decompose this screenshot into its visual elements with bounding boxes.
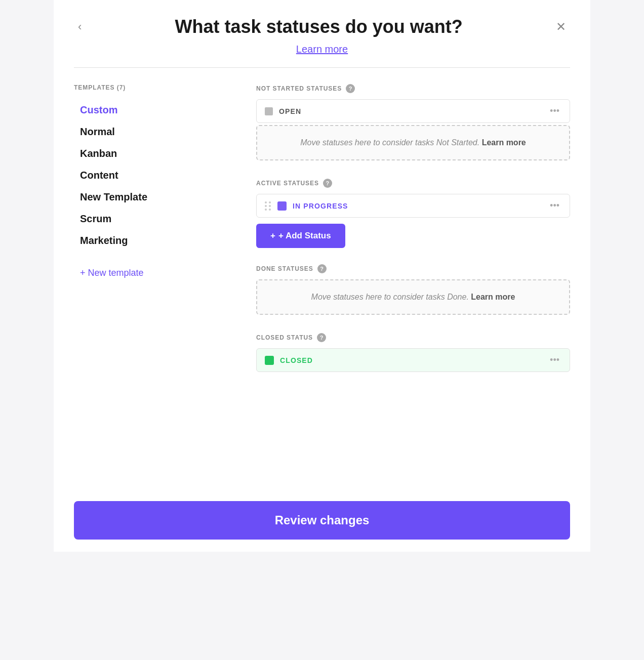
not-started-hint: Move statuses here to consider tasks Not… [265, 138, 561, 147]
closed-section: CLOSED STATUS ? CLOSED ••• [256, 333, 570, 374]
closed-header: CLOSED STATUS ? [256, 333, 570, 342]
in-progress-status-name: IN PROGRESS [293, 202, 542, 210]
right-panel: NOT STARTED STATUSES ? OPEN ••• Move sta… [256, 84, 570, 473]
header-nav: ‹ What task statuses do you want? ✕ [74, 16, 570, 37]
closed-more-button[interactable]: ••• [548, 355, 561, 365]
in-progress-more-button[interactable]: ••• [548, 200, 561, 211]
header: ‹ What task statuses do you want? ✕ Lear… [54, 0, 590, 68]
in-progress-status-row: IN PROGRESS ••• [256, 194, 570, 218]
add-status-label: + Add Status [278, 231, 331, 241]
open-status-name: OPEN [279, 107, 542, 115]
in-progress-color-dot [277, 201, 287, 211]
add-status-button[interactable]: + + Add Status [256, 224, 345, 248]
add-status-plus-icon: + [270, 231, 275, 241]
sidebar-item-kanban[interactable]: Kanban [74, 143, 236, 164]
open-status-color [265, 107, 273, 115]
sidebar-item-normal[interactable]: Normal [74, 121, 236, 143]
drag-handle-icon [265, 201, 271, 211]
header-divider [74, 67, 570, 68]
sidebar-item-custom[interactable]: Custom [74, 99, 236, 121]
done-help-icon[interactable]: ? [317, 264, 327, 273]
not-started-dropzone: Move statuses here to consider tasks Not… [256, 125, 570, 160]
closed-status-row: CLOSED ••• [256, 348, 570, 372]
closed-label: CLOSED STATUS [256, 334, 313, 341]
sidebar-item-new-template[interactable]: New Template [74, 186, 236, 208]
left-panel: TEMPLATES (7) Custom Normal Kanban Conte… [74, 84, 236, 473]
close-button[interactable]: ✕ [552, 18, 570, 36]
not-started-section: NOT STARTED STATUSES ? OPEN ••• Move sta… [256, 84, 570, 162]
not-started-header: NOT STARTED STATUSES ? [256, 84, 570, 93]
done-label: DONE STATUSES [256, 265, 313, 272]
template-list: Custom Normal Kanban Content New Templat… [74, 99, 236, 252]
back-button[interactable]: ‹ [74, 18, 86, 35]
sidebar-item-marketing[interactable]: Marketing [74, 230, 236, 252]
active-section: ACTIVE STATUSES ? IN PROGRESS ••• + [256, 179, 570, 248]
done-hint: Move statuses here to consider tasks Don… [265, 293, 561, 302]
sidebar-item-content[interactable]: Content [74, 164, 236, 186]
add-new-template-button[interactable]: + New template [74, 264, 150, 282]
open-status-more-button[interactable]: ••• [548, 106, 561, 116]
active-label: ACTIVE STATUSES [256, 180, 319, 187]
active-header: ACTIVE STATUSES ? [256, 179, 570, 188]
closed-color-dot [265, 356, 274, 365]
page-title: What task statuses do you want? [86, 16, 552, 37]
not-started-help-icon[interactable]: ? [346, 84, 355, 93]
closed-help-icon[interactable]: ? [317, 333, 326, 342]
done-section: DONE STATUSES ? Move statuses here to co… [256, 264, 570, 317]
review-changes-button[interactable]: Review changes [74, 501, 570, 540]
not-started-label: NOT STARTED STATUSES [256, 85, 342, 92]
active-help-icon[interactable]: ? [323, 179, 332, 188]
modal: ‹ What task statuses do you want? ✕ Lear… [54, 0, 590, 552]
templates-label: TEMPLATES (7) [74, 84, 236, 91]
sidebar-item-scrum[interactable]: Scrum [74, 208, 236, 230]
footer: Review changes [54, 489, 590, 552]
learn-more-link[interactable]: Learn more [296, 44, 348, 55]
open-status-row: OPEN ••• [256, 99, 570, 123]
done-header: DONE STATUSES ? [256, 264, 570, 273]
body: TEMPLATES (7) Custom Normal Kanban Conte… [54, 68, 590, 489]
done-dropzone: Move statuses here to consider tasks Don… [256, 279, 570, 315]
closed-status-name: CLOSED [280, 356, 542, 364]
